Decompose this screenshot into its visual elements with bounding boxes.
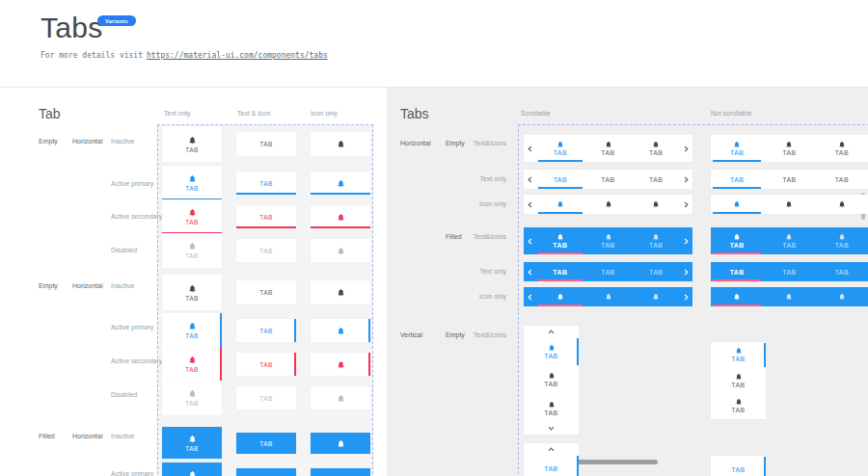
tab-cell[interactable] [311, 468, 370, 476]
tab[interactable]: TAB [711, 368, 766, 394]
tab[interactable]: TAB [632, 262, 680, 281]
tab-cell[interactable]: TAB [162, 199, 222, 234]
tab[interactable]: TAB [524, 366, 579, 395]
tab-cell[interactable]: TAB [236, 205, 296, 228]
scroll-prev-button[interactable] [524, 227, 536, 254]
tab-cell[interactable] [311, 433, 370, 454]
tab-active[interactable]: TAB [711, 227, 763, 254]
tab[interactable] [584, 195, 633, 214]
tab[interactable]: TAB [763, 227, 815, 254]
scroll-prev-button[interactable] [524, 170, 536, 189]
tab-active[interactable]: TAB [536, 170, 584, 189]
tab[interactable]: TAB [711, 393, 766, 419]
scroll-next-button[interactable] [680, 262, 692, 281]
tab-cell[interactable]: TAB [162, 427, 222, 459]
tab-cell[interactable]: TAB [236, 353, 296, 376]
tab-cell[interactable]: TAB [236, 433, 296, 454]
tab[interactable]: TAB [763, 170, 815, 189]
tab[interactable]: TAB [584, 227, 633, 254]
scroll-next-button[interactable] [680, 227, 692, 254]
scroll-up-button[interactable] [524, 326, 579, 337]
tab-active[interactable]: TAB [711, 342, 766, 368]
tab-active[interactable] [536, 195, 584, 214]
scroll-next-button[interactable] [680, 135, 692, 162]
tab[interactable] [632, 287, 680, 306]
active-indicator [538, 279, 583, 281]
tab-cell[interactable]: TAB [162, 313, 222, 348]
tab-cell[interactable]: TAB [162, 166, 222, 200]
scroll-prev-button[interactable] [524, 135, 536, 162]
tab-cell[interactable] [311, 319, 370, 342]
tab-cell[interactable] [311, 172, 370, 195]
scroll-prev-button[interactable] [524, 262, 536, 281]
tab-active[interactable]: TAB [524, 337, 579, 366]
tab[interactable]: TAB [816, 227, 868, 254]
tab-cell[interactable]: TAB [162, 347, 222, 382]
tab-label: TAB [730, 269, 745, 276]
tab-cell[interactable]: TAB [236, 280, 296, 304]
tab[interactable] [816, 287, 868, 306]
column-header-text-and-icon: Text & Icon [237, 110, 271, 117]
tab-cell[interactable]: TAB [162, 233, 222, 268]
bell-icon [652, 200, 660, 208]
tab[interactable]: TAB [816, 170, 868, 189]
tab-active[interactable]: TAB [711, 262, 763, 281]
tab[interactable]: TAB [584, 262, 633, 281]
scroll-up-button[interactable] [524, 443, 579, 455]
tab-cell[interactable]: TAB [236, 172, 296, 195]
tab-cell[interactable]: TAB [162, 126, 222, 162]
tab-cell[interactable] [311, 353, 370, 376]
tab-active[interactable]: TAB [536, 262, 584, 281]
tab-cell[interactable]: TAB [236, 468, 296, 476]
tab-active[interactable]: TAB [711, 456, 766, 476]
tab[interactable] [763, 287, 815, 306]
tab[interactable]: TAB [816, 135, 868, 162]
tab-cell[interactable]: TAB [162, 381, 222, 415]
tab[interactable]: TAB [524, 394, 579, 423]
tab-cell[interactable] [311, 280, 370, 304]
bell-icon [337, 213, 345, 222]
scroll-next-button[interactable] [680, 287, 692, 306]
variant-label: Filled [39, 433, 55, 439]
tab-label: TAB [835, 176, 849, 183]
tab-active[interactable] [536, 287, 584, 306]
tab-cell[interactable] [311, 386, 370, 410]
tab-cell[interactable]: TAB [236, 386, 296, 410]
tab[interactable]: TAB [632, 170, 680, 189]
tab-cell[interactable]: TAB [162, 463, 222, 476]
tab[interactable] [584, 287, 633, 306]
scroll-down-button[interactable] [524, 423, 579, 435]
scroll-prev-button[interactable] [524, 287, 536, 306]
scroll-prev-button[interactable] [524, 195, 536, 214]
tab[interactable]: TAB [632, 227, 680, 254]
tab[interactable]: TAB [584, 170, 633, 189]
tab-active[interactable]: TAB [524, 455, 579, 476]
tab-cell[interactable]: TAB [236, 319, 296, 342]
tab[interactable] [816, 195, 868, 214]
tab-cell[interactable]: TAB [236, 239, 296, 262]
scroll-next-button[interactable] [680, 170, 692, 189]
docs-link[interactable]: https://material-ui.com/components/tabs [147, 51, 328, 60]
tab-cell[interactable] [311, 239, 370, 262]
tab[interactable]: TAB [632, 135, 680, 162]
tab[interactable]: TAB [763, 262, 815, 281]
tab[interactable]: TAB [584, 135, 633, 162]
tab[interactable]: TAB [763, 135, 815, 162]
scroll-next-button[interactable] [680, 195, 692, 214]
tab-active[interactable]: TAB [711, 135, 763, 162]
active-indicator [713, 252, 761, 254]
tab[interactable] [632, 195, 680, 214]
tab[interactable] [763, 195, 815, 214]
tab-active[interactable]: TAB [536, 135, 584, 162]
tab-active[interactable] [711, 195, 763, 214]
tab-cell[interactable]: TAB [162, 275, 222, 310]
tab-active[interactable]: TAB [536, 227, 584, 254]
bell-icon [188, 208, 197, 217]
tab[interactable]: TAB [816, 262, 868, 281]
tab-cell[interactable] [311, 132, 370, 156]
tab-active[interactable] [711, 287, 763, 306]
tab-cell[interactable]: TAB [236, 132, 296, 156]
tab-cell[interactable] [311, 205, 370, 228]
tab-active[interactable]: TAB [711, 170, 763, 189]
active-indicator [311, 193, 370, 195]
